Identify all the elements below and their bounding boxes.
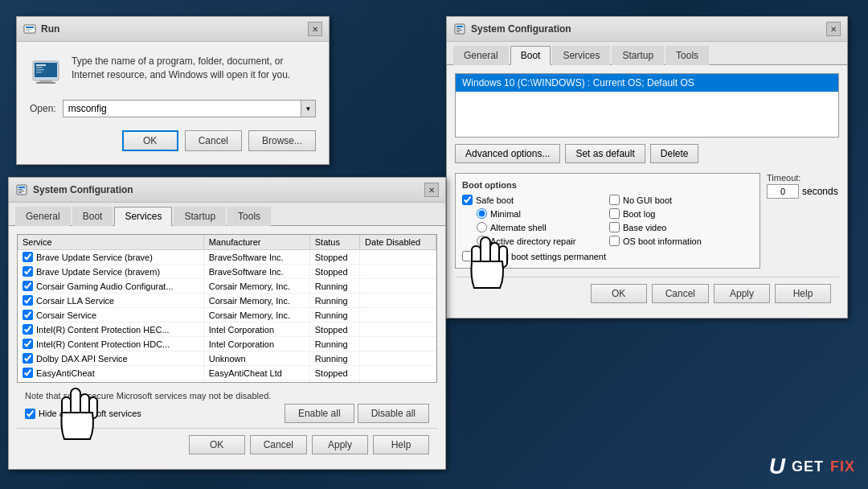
table-row[interactable]: Corsair LLA Service Corsair Memory, Inc.… [18,294,436,308]
run-browse-button[interactable]: Browse... [248,130,316,151]
svc-tab-services[interactable]: Services [114,207,172,226]
svc-tab-boot[interactable]: Boot [72,207,113,226]
service-checkbox[interactable] [23,310,33,320]
service-checkbox[interactable] [23,353,33,364]
sysconfig-svc-apply-button[interactable]: Apply [312,435,368,454]
service-manufacturer: Corsair Memory, Inc. [203,279,309,294]
run-close-button[interactable]: ✕ [308,22,322,36]
tab-general[interactable]: General [453,46,509,65]
watermark-fix: FIX [830,458,855,475]
make-permanent-checkbox[interactable] [462,251,473,261]
minimal-radio[interactable] [477,208,487,219]
delete-button[interactable]: Delete [650,144,699,163]
sysconfig-main-apply-button[interactable]: Apply [714,284,770,303]
service-date-disabled [360,366,436,380]
svg-rect-10 [39,80,52,82]
service-checkbox[interactable] [23,281,33,291]
tab-boot[interactable]: Boot [510,46,551,65]
tab-startup[interactable]: Startup [612,46,664,65]
svg-rect-16 [457,31,460,32]
svg-rect-11 [36,82,55,84]
col-service[interactable]: Service [18,235,203,250]
svg-rect-1 [26,27,34,28]
service-date-disabled [360,294,436,308]
disable-all-button[interactable]: Disable all [358,404,429,423]
table-row[interactable]: Brave Update Service (brave) BraveSoftwa… [18,250,436,265]
table-row[interactable]: Dolby DAX API Service Unknown Running [18,351,436,366]
run-ok-button[interactable]: OK [122,130,178,151]
svg-rect-9 [36,72,42,73]
sysconfig-svc-ok-button[interactable]: OK [189,435,245,454]
svc-tab-startup[interactable]: Startup [174,207,226,226]
services-table-wrapper[interactable]: Service Manufacturer Status Date Disable… [17,234,437,383]
table-row[interactable]: Intel(R) Content Protection HEC... Intel… [18,323,436,337]
no-gui-checkbox[interactable] [609,195,620,205]
timeout-label: Timeout: [767,173,839,183]
boot-list[interactable]: Windows 10 (C:\WINDOWS) : Current OS; De… [455,73,839,138]
col-status[interactable]: Status [309,235,359,250]
ad-repair-radio[interactable] [477,236,487,246]
sysconfig-main-help-button[interactable]: Help [775,284,831,303]
sysconfig-services-title-bar[interactable]: System Configuration ✕ [9,178,445,203]
run-title-text: Run [41,23,59,35]
tab-services[interactable]: Services [552,46,610,65]
os-boot-info-checkbox[interactable] [609,236,620,246]
table-row[interactable]: Corsair Gaming Audio Configurat... Corsa… [18,279,436,294]
service-status: Running [309,279,359,294]
table-row[interactable]: Intel(R) Content Protection HDC... Intel… [18,337,436,351]
run-dropdown-button[interactable]: ▼ [301,101,315,117]
sysconfig-main-close-button[interactable]: ✕ [826,22,841,36]
timeout-input[interactable] [767,184,799,199]
table-row[interactable]: EasyAntiCheat EasyAntiCheat Ltd Stopped [18,366,436,380]
service-checkbox[interactable] [23,382,33,383]
service-date-disabled [360,250,436,265]
sysconfig-main-title-bar[interactable]: System Configuration ✕ [447,17,847,42]
svc-tab-tools[interactable]: Tools [227,207,271,226]
tab-tools[interactable]: Tools [665,46,709,65]
run-cancel-button[interactable]: Cancel [185,130,242,151]
safe-boot-checkbox[interactable] [462,195,473,205]
service-checkbox[interactable] [23,295,33,306]
col-manufacturer[interactable]: Manufacturer [203,235,309,250]
svg-rect-21 [18,192,22,193]
sysconfig-main-cancel-button[interactable]: Cancel [652,284,709,303]
service-checkbox[interactable] [23,324,33,335]
sysconfig-svc-help-button[interactable]: Help [373,435,429,454]
alternate-shell-radio[interactable] [477,222,487,232]
boot-options-panel: Boot options Safe boot Minimal [455,173,760,269]
hide-ms-checkbox[interactable] [25,409,35,419]
sysconfig-services-close-button[interactable]: ✕ [424,183,439,197]
service-manufacturer: EasyAntiCheat Ltd [203,366,309,380]
table-row[interactable]: Epic Online Services Epic Games, Inc. St… [18,380,436,384]
sysconfig-main-window: System Configuration ✕ General Boot Serv… [446,16,848,318]
timeout-section: Timeout: seconds [767,173,839,277]
col-date-disabled[interactable]: Date Disabled [360,235,436,250]
watermark: U GET FIX [769,454,855,479]
service-checkbox[interactable] [23,339,33,349]
enable-all-button[interactable]: Enable all [285,404,354,423]
table-row[interactable]: Brave Update Service (bravem) BraveSoftw… [18,265,436,279]
sysconfig-main-title-icon [453,23,466,35]
advanced-options-button[interactable]: Advanced options... [455,144,560,163]
service-name: Corsair Service [36,310,96,320]
run-input-wrapper: ▼ [63,100,316,117]
run-open-label: Open: [30,103,56,114]
boot-log-checkbox[interactable] [609,208,620,219]
run-title-bar[interactable]: Run ✕ [17,17,329,42]
boot-item[interactable]: Windows 10 (C:\WINDOWS) : Current OS; De… [456,74,838,92]
svg-rect-3 [26,31,30,31]
service-checkbox[interactable] [23,266,33,277]
table-row[interactable]: Corsair Service Corsair Memory, Inc. Run… [18,308,436,323]
sysconfig-svc-cancel-button[interactable]: Cancel [250,435,307,454]
service-checkbox[interactable] [23,368,33,378]
service-status: Stopped [309,366,359,380]
service-checkbox[interactable] [23,252,33,262]
base-video-checkbox[interactable] [609,222,620,232]
service-status: Running [309,351,359,366]
set-default-button[interactable]: Set as default [565,144,645,163]
sysconfig-main-ok-button[interactable]: OK [591,284,647,303]
svc-tab-general[interactable]: General [15,207,71,226]
service-status: Stopped [309,250,359,265]
svg-rect-6 [36,64,46,66]
run-input[interactable] [63,101,301,117]
